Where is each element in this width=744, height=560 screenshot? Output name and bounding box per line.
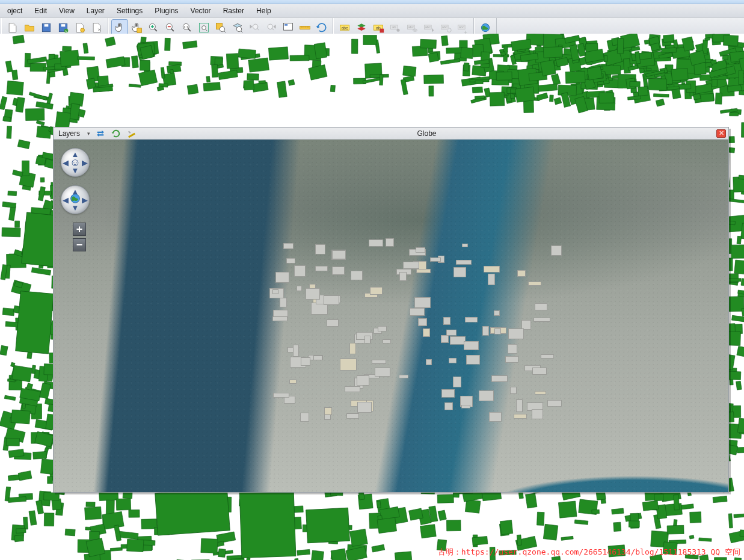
svg-rect-819 — [490, 92, 505, 106]
menu-project[interactable]: oject — [1, 4, 28, 17]
svg-rect-916 — [128, 132, 135, 138]
svg-rect-466 — [201, 538, 218, 553]
svg-rect-765 — [472, 87, 482, 93]
svg-rect-514 — [536, 512, 544, 525]
street-view-nav[interactable]: ▲▼◀▶ ☺ — [61, 148, 90, 177]
svg-rect-70 — [446, 48, 463, 54]
svg-rect-875 — [737, 346, 744, 357]
svg-rect-180 — [309, 65, 327, 81]
svg-rect-356 — [4, 395, 16, 401]
svg-rect-822 — [538, 84, 558, 92]
svg-rect-910 — [737, 418, 744, 433]
svg-rect-632 — [86, 538, 105, 557]
menu-raster[interactable]: Raster — [217, 4, 250, 17]
svg-rect-797 — [644, 40, 650, 44]
globe-settings-icon[interactable] — [126, 128, 137, 139]
sync-extents-icon[interactable] — [95, 128, 106, 139]
svg-rect-575 — [102, 511, 124, 529]
svg-rect-665 — [653, 94, 669, 97]
menu-plugins[interactable]: Plugins — [149, 4, 184, 17]
svg-rect-138 — [290, 55, 309, 61]
refresh-globe-icon[interactable] — [111, 128, 121, 139]
svg-rect-598 — [642, 500, 659, 511]
svg-rect-215 — [131, 56, 138, 68]
svg-rect-421 — [446, 520, 461, 531]
svg-rect-851 — [742, 123, 744, 138]
svg-rect-607 — [667, 525, 684, 534]
svg-rect-161 — [43, 67, 55, 70]
svg-rect-519 — [90, 531, 100, 540]
svg-rect-208 — [140, 45, 154, 59]
svg-text:✎: ✎ — [65, 29, 67, 32]
svg-text:abc: abc — [408, 25, 414, 28]
svg-rect-188 — [157, 86, 164, 91]
svg-rect-800 — [623, 58, 630, 73]
svg-text:ab: ab — [392, 25, 396, 28]
rotate-globe-nav[interactable]: ▲▼◀▶ — [61, 185, 90, 214]
svg-rect-217 — [403, 66, 416, 76]
svg-rect-447 — [728, 514, 733, 528]
svg-rect-160 — [218, 70, 238, 80]
svg-rect-145 — [105, 37, 115, 46]
svg-rect-195 — [363, 35, 377, 45]
svg-rect-528 — [311, 550, 324, 560]
svg-text:abc: abc — [442, 25, 447, 28]
svg-rect-168 — [161, 67, 165, 78]
svg-rect-599 — [377, 501, 381, 508]
svg-rect-636 — [654, 494, 663, 501]
globe-3d-view[interactable]: ▲▼◀▶ ☺ ▲▼◀▶ + − — [54, 140, 728, 492]
map-canvas[interactable]: Layers ▾ Globe ✕ ▲▼◀▶ ☺ ▲▼◀▶ + − — [0, 34, 744, 560]
svg-rect-20 — [284, 24, 287, 26]
svg-rect-111 — [351, 39, 358, 54]
svg-rect-561 — [85, 506, 102, 520]
menu-settings[interactable]: Settings — [111, 4, 149, 17]
svg-rect-372 — [40, 383, 51, 399]
svg-rect-703 — [638, 87, 648, 96]
menu-bar: oject Edit View Layer Settings Plugins V… — [0, 4, 744, 17]
svg-rect-826 — [711, 60, 717, 64]
svg-rect-285 — [2, 308, 14, 316]
svg-rect-367 — [0, 345, 8, 355]
svg-rect-756 — [678, 84, 691, 90]
svg-rect-184 — [441, 35, 449, 46]
svg-rect-373 — [55, 112, 70, 129]
menu-vector[interactable]: Vector — [185, 4, 217, 17]
svg-rect-326 — [7, 126, 12, 139]
svg-rect-788 — [565, 71, 585, 83]
globe-panel[interactable]: Layers ▾ Globe ✕ ▲▼◀▶ ☺ ▲▼◀▶ + − — [53, 127, 729, 493]
zoom-in-button[interactable]: + — [73, 223, 86, 236]
svg-rect-402 — [438, 510, 446, 520]
svg-rect-481 — [33, 451, 47, 459]
svg-rect-581 — [740, 530, 744, 537]
svg-rect-795 — [630, 81, 640, 87]
menu-view[interactable]: View — [53, 4, 81, 17]
svg-rect-196 — [140, 60, 150, 70]
svg-rect-548 — [500, 520, 512, 535]
svg-rect-336 — [22, 161, 29, 176]
menu-layer[interactable]: Layer — [81, 4, 111, 17]
globe-title: Globe — [137, 129, 716, 138]
svg-rect-591 — [690, 512, 701, 523]
zoom-out-button[interactable]: − — [73, 238, 86, 251]
svg-rect-308 — [29, 92, 47, 100]
menu-edit[interactable]: Edit — [28, 4, 53, 17]
svg-rect-608 — [543, 524, 558, 540]
svg-rect-305 — [3, 117, 11, 122]
svg-rect-837 — [540, 60, 556, 76]
layers-dropdown-label[interactable]: Layers — [58, 129, 82, 138]
svg-rect-86 — [7, 81, 23, 95]
globe-close-button[interactable]: ✕ — [716, 129, 726, 138]
globe-titlebar[interactable]: Layers ▾ Globe ✕ — [54, 128, 728, 140]
svg-rect-596 — [358, 493, 364, 500]
svg-rect-840 — [655, 58, 671, 61]
svg-rect-470 — [472, 537, 488, 546]
svg-rect-357 — [12, 365, 32, 382]
svg-rect-136 — [464, 63, 469, 71]
svg-rect-722 — [536, 93, 548, 100]
svg-rect-629 — [377, 517, 396, 533]
svg-rect-482 — [699, 538, 712, 541]
menu-help[interactable]: Help — [250, 4, 277, 17]
svg-rect-489 — [558, 501, 577, 518]
svg-rect-810 — [662, 48, 677, 53]
svg-text:1:1: 1:1 — [183, 25, 188, 28]
